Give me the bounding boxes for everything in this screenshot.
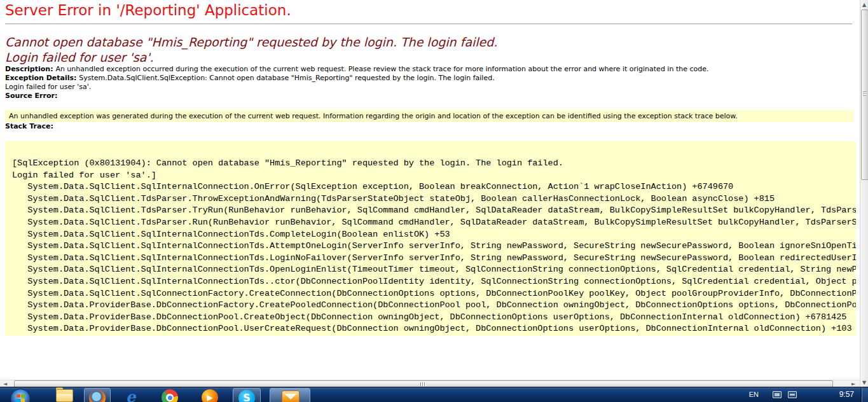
source-error-label: Source Error: bbox=[5, 92, 57, 100]
vertical-scrollbar[interactable]: ▲ ▼ bbox=[860, 0, 868, 387]
stack-trace-text: [SqlException (0x80131904): Cannot open … bbox=[5, 141, 856, 336]
title-divider bbox=[5, 24, 852, 24]
exception-details-label: Exception Details: bbox=[5, 74, 79, 82]
skype-icon: S bbox=[238, 390, 255, 402]
play-icon: ▶ bbox=[207, 393, 212, 402]
source-error-row: Source Error: bbox=[5, 92, 860, 100]
vertical-scrollbar-thumb[interactable] bbox=[861, 10, 868, 180]
description-label: Description: bbox=[5, 65, 55, 73]
tray-network-icon[interactable] bbox=[773, 391, 782, 398]
stack-trace-label: Stack Trace: bbox=[5, 122, 53, 130]
description-row: Description: An unhandled exception occu… bbox=[5, 65, 860, 74]
firefox-button[interactable] bbox=[84, 388, 111, 402]
windows-logo-icon bbox=[17, 394, 25, 402]
mail-icon bbox=[282, 391, 300, 402]
error-subtitle-line2: Login failed for user 'sa'. bbox=[5, 50, 154, 64]
source-error-note-box: An unhandled exception was generated dur… bbox=[5, 110, 853, 122]
taskbar: e ▶ S EN 9:57 bbox=[0, 387, 868, 402]
error-subtitle-line1: Cannot open database "Hmis_Reporting" re… bbox=[5, 35, 497, 49]
firefox-icon bbox=[89, 390, 106, 402]
internet-explorer-icon: e bbox=[126, 387, 135, 402]
scroll-up-arrow-icon[interactable]: ▲ bbox=[860, 0, 868, 10]
exception-details-line1: System.Data.SqlClient.SqlException: Cann… bbox=[79, 74, 494, 82]
scroll-down-arrow-icon[interactable]: ▼ bbox=[860, 378, 868, 387]
skype-button[interactable]: S bbox=[233, 388, 261, 402]
language-indicator[interactable]: EN bbox=[749, 391, 759, 398]
exception-details-line2: Login failed for user 'sa'. bbox=[5, 83, 91, 91]
start-button[interactable] bbox=[10, 389, 31, 402]
stack-trace-row: Stack Trace: bbox=[5, 122, 860, 131]
description-text: An unhandled exception occurred during t… bbox=[55, 65, 708, 73]
error-page: Server Error in '/Reporting' Application… bbox=[0, 0, 860, 380]
media-player-button[interactable]: ▶ bbox=[202, 389, 218, 402]
tray-keyboard-icon[interactable] bbox=[788, 391, 797, 398]
mail-button[interactable] bbox=[270, 388, 310, 402]
internet-explorer-button[interactable]: e bbox=[126, 389, 135, 402]
desktop: { "error": { "title": "Server Error in '… bbox=[0, 0, 868, 402]
source-error-note-text: An unhandled exception was generated dur… bbox=[9, 112, 738, 120]
scrollbar-grip-icon bbox=[863, 92, 867, 97]
scrollbar-grip-icon bbox=[420, 382, 426, 386]
page-title: Server Error in '/Reporting' Application… bbox=[5, 2, 860, 18]
error-subtitle: Cannot open database "Hmis_Reporting" re… bbox=[5, 34, 860, 65]
show-desktop-button[interactable] bbox=[862, 387, 868, 402]
windows-explorer-button[interactable] bbox=[56, 389, 73, 402]
taskbar-clock[interactable]: 9:57 bbox=[839, 390, 854, 399]
exception-details-row: Exception Details: System.Data.SqlClient… bbox=[5, 74, 860, 92]
chrome-button[interactable] bbox=[162, 389, 178, 402]
